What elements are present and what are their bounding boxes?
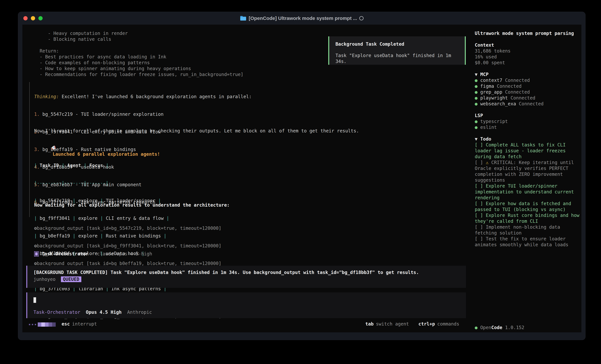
gear-icon: ⚙ <box>34 243 37 249</box>
thinking-label: Thinking: <box>34 94 59 99</box>
ctrlp-key-label: commands <box>437 321 459 327</box>
table-separator-row: |---------|-------|-------| <box>34 180 169 186</box>
close-window-button[interactable] <box>23 16 28 20</box>
proxy-circle-icon <box>359 16 363 20</box>
status-dot-icon: ● <box>475 84 478 89</box>
input-provider-label: Anthropic <box>127 309 152 315</box>
traffic-lights <box>23 12 43 25</box>
context-tokens: 31,686 tokens <box>475 48 511 54</box>
terminal-content: - Heavy computation in render - Blocking… <box>22 25 581 332</box>
mcp-item: ● grep_app Connected <box>475 89 530 95</box>
dot-separator: · <box>91 251 94 257</box>
tool-call-line: ⚙background_output [task_id=bg_5547c219,… <box>34 225 221 231</box>
status-dot-icon: ● <box>475 95 478 101</box>
tab-key-label: switch agent <box>376 321 409 327</box>
app-version: ● OpenCode 1.0.152 <box>475 325 524 331</box>
esc-key-hint: esc <box>61 321 70 327</box>
todo-section-header[interactable]: ▼ Todo <box>475 136 491 142</box>
minimize-window-button[interactable] <box>31 16 35 20</box>
status-dot-icon: ● <box>475 78 478 83</box>
status-dot-icon: ● <box>475 101 478 106</box>
ctrlp-key-hint: ctrl+p <box>418 321 435 327</box>
mcp-item: ● context7 Connected <box>475 77 530 83</box>
system-message-box: [BACKGROUND TASK COMPLETED] Task "Explor… <box>26 266 466 288</box>
context-heading: Context <box>475 42 494 48</box>
todo-item: [ ] Complete ALL tasks to fix CLI loader… <box>475 142 582 160</box>
agent-square-icon <box>34 251 39 257</box>
lsp-heading: LSP <box>475 113 483 119</box>
notification-body: Task "Explore useData hook" finished in … <box>335 53 465 64</box>
warning-icon: ⚠ <box>486 160 491 165</box>
status-dot-icon: ● <box>475 125 478 130</box>
session-title: Ultrawork mode system prompt parsing <box>475 30 574 36</box>
mcp-section-header[interactable]: ▼ MCP <box>475 72 489 77</box>
context-spent: $0.00 spent <box>475 60 505 66</box>
assistant-text-bold: Now waiting for all exploration results … <box>34 202 230 208</box>
collapse-icon: ▼ <box>475 72 478 77</box>
tool-result-line: - How to keep spinner animating during h… <box>34 66 191 72</box>
tool-result-line: - Code examples of non-blocking patterns <box>34 60 150 66</box>
todo-item: [ ] Implement non-blocking data fetching… <box>475 224 582 236</box>
spinner-icon <box>29 322 56 327</box>
assistant-text: Now I'll wait for all of them to complet… <box>34 128 359 134</box>
context-used: 16% used <box>475 54 497 60</box>
mcp-item: ● playwright Connected <box>475 95 535 101</box>
lsp-item: ● eslint <box>475 125 497 130</box>
gear-icon: ⚙ <box>34 261 37 266</box>
input-model-label[interactable]: Opus 4.5 High <box>86 309 122 315</box>
agent-attribution: Task-Orchestrator · claude-opus-4-5-high <box>34 251 152 257</box>
tool-result-line: - Best practices for async data loading … <box>34 54 166 60</box>
message-author: junhoyeo <box>33 277 56 282</box>
status-dot-icon: ● <box>475 89 478 95</box>
notification-toast[interactable]: Background Task Completed Task "Explore … <box>328 36 466 65</box>
todo-item: [ ] Test the fix to ensure loader animat… <box>475 236 582 248</box>
mcp-item: ● figma Connected <box>475 83 522 89</box>
tool-call-line: ⚙background_output [task_id=bg_f9ff3041,… <box>34 243 221 249</box>
thinking-item: 1. bg_5547c219 - TUI loader/spinner expl… <box>34 111 252 117</box>
status-dot-icon: ● <box>475 119 478 124</box>
prompt-input[interactable]: Task-Orchestrator Opus 4.5 High Anthropi… <box>26 292 466 318</box>
tool-result-line: - Blocking native calls <box>34 36 111 42</box>
esc-key-label: interrupt <box>72 321 97 327</box>
todo-list: [ ] Complete ALL tasks to fix CLI loader… <box>475 142 582 248</box>
collapse-icon: ▼ <box>475 136 478 142</box>
tool-result-line: - Heavy computation in render <box>34 30 128 36</box>
folder-icon <box>240 16 246 21</box>
agent-name: Task-Orchestrator <box>42 251 89 257</box>
text-cursor <box>33 297 36 303</box>
system-message-text: [BACKGROUND TASK COMPLETED] Task "Explor… <box>33 269 466 276</box>
mcp-item: ● websearch_exa Connected <box>475 101 543 107</box>
input-agent-label[interactable]: Task-Orchestrator <box>33 309 80 315</box>
tab-key-hint: tab <box>365 321 374 327</box>
todo-item: [ ] Explore TUI loader/spinner implement… <box>475 183 582 201</box>
tool-result-line: Return: <box>34 48 59 54</box>
table-header-row: |Task ID|Agent|Focus| <box>34 163 169 168</box>
app-window: [OpenCode] Ultrawork mode system prompt … <box>18 12 585 340</box>
todo-item: [ ] Explore Rust core bindings and how t… <box>475 212 582 224</box>
tool-result-line: - Recommendations for fixing loader free… <box>34 72 243 77</box>
gear-icon: ⚙ <box>34 226 37 231</box>
agent-model: claude-opus-4-5-high <box>97 251 152 257</box>
rocket-icon <box>51 145 56 151</box>
status-dot-icon: ● <box>475 325 478 330</box>
status-badge: QUEUED <box>61 277 81 282</box>
lsp-item: ● typescript <box>475 119 508 125</box>
window-title: [OpenCode] Ultrawork mode system prompt … <box>249 15 357 21</box>
todo-item: [ ] Explore how data is fetched and pass… <box>475 201 582 212</box>
zoom-window-button[interactable] <box>38 16 43 20</box>
todo-item: [ ] ⚠ CRITICAL: Keep iterating until Ora… <box>475 160 582 183</box>
titlebar[interactable]: [OpenCode] Ultrawork mode system prompt … <box>18 12 585 25</box>
notification-title: Background Task Completed <box>335 41 465 47</box>
